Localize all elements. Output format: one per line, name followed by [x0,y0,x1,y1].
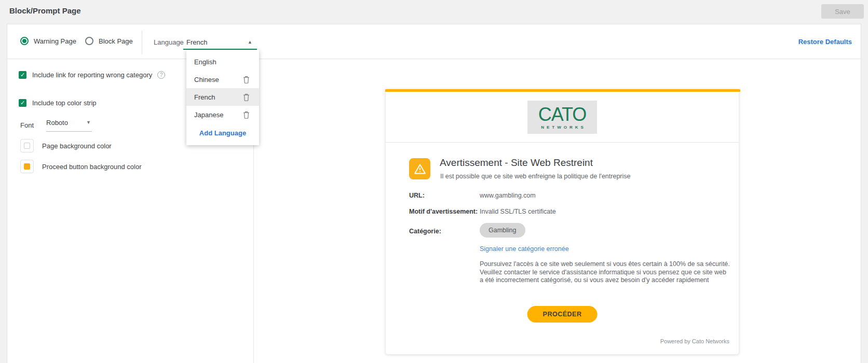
radio-block-label: Block Page [99,37,133,45]
proceed-bg-color-swatch[interactable] [20,160,34,173]
radio-warning-page[interactable]: Warning Page [20,37,76,45]
language-selected-value: French [186,38,207,46]
page-bg-color-row: Page background color [20,139,112,152]
menu-item-label: French [194,93,215,101]
menu-item-label: Japanese [194,111,223,119]
proceed-bg-color-label: Proceed button background color [42,163,142,171]
paragraph-line: a été incorrectement catégorisé, ou si v… [480,276,730,285]
category-label: Catégorie: [409,228,441,235]
radio-unselected-icon [85,37,93,45]
radio-dot [22,39,26,43]
toolbar: Warning Page Block Page Language French … [7,24,861,59]
cato-logo-text: CATO [538,105,587,124]
warning-reason-value: Invalid SSL/TLS certificate [480,208,556,215]
menu-item-label: Chinese [194,76,219,83]
help-icon[interactable]: ? [157,71,165,79]
cato-logo-subtext: NETWORKS [538,125,586,130]
report-wrong-category-link[interactable]: Signaler une catégorie erronée [480,245,569,253]
chevron-up-icon: ▲ [248,39,252,45]
preview-subtitle: Il est possible que ce site web enfreign… [440,173,631,180]
checkbox-checked-icon[interactable]: ✓ [19,71,26,79]
menu-item-french[interactable]: French [186,88,259,106]
url-label: URL: [409,192,425,199]
menu-item-label: English [194,58,216,66]
preview-paragraph: Poursuivez l'accès à ce site web seuleme… [480,260,730,285]
preview-card: CATO NETWORKS Avertissement - Site Web R… [385,89,739,355]
trash-icon[interactable] [243,76,250,83]
preview-title: Avertissement - Site Web Restreint [440,157,593,169]
paragraph-line: Veuillez contacter le service d'assistan… [480,269,730,277]
save-button[interactable]: Save [821,4,864,19]
page-bg-color-swatch[interactable] [20,139,34,152]
restore-defaults-link[interactable]: Restore Defaults [798,38,852,46]
preview-logo-section: CATO NETWORKS [386,92,739,143]
font-selected-value: Roboto [46,119,68,127]
page-bg-color-label: Page background color [42,142,112,150]
font-label: Font [20,121,34,129]
setting-report-link-row: ✓ Include link for reporting wrong categ… [19,71,165,79]
radio-block-page[interactable]: Block Page [85,37,133,45]
add-language-button[interactable]: Add Language [186,123,259,142]
radio-selected-icon [20,37,29,45]
warning-reason-label: Motif d'avertissement: [409,208,478,215]
proceed-bg-color-fill [24,163,30,170]
language-select[interactable]: French ▲ [186,38,256,46]
trash-icon[interactable] [243,93,250,101]
content-panel: Warning Page Block Page Language French … [7,24,861,363]
font-setting-row: Font Roboto ▼ [20,119,92,132]
powered-by-footer: Powered by Cato Networks [660,338,729,344]
menu-item-chinese[interactable]: Chinese [186,71,259,88]
url-value: www.gambling.com [480,192,536,199]
menu-item-english[interactable]: English [186,53,259,71]
proceed-button[interactable]: PROCÉDER [527,306,598,323]
checkbox-checked-icon[interactable]: ✓ [19,99,26,107]
setting-top-strip-row: ✓ Include top color strip [19,99,97,107]
paragraph-line: Poursuivez l'accès à ce site web seuleme… [480,260,730,269]
toolbar-divider [142,31,142,54]
topbar: Block/Prompt Page Save [0,0,868,23]
language-label: Language [154,38,184,46]
checkbox-report-link-label: Include link for reporting wrong categor… [32,71,152,79]
chevron-down-icon: ▼ [86,120,91,125]
cato-logo: CATO NETWORKS [527,101,597,134]
font-select[interactable]: Roboto ▼ [46,119,92,132]
page-bg-color-fill [24,143,30,149]
category-chip: Gambling [480,223,525,238]
menu-item-japanese[interactable]: Japanese [186,106,259,123]
warning-triangle-icon [409,158,430,179]
proceed-bg-color-row: Proceed button background color [20,160,142,173]
language-menu: English Chinese French Japanese Add Lang… [186,50,259,145]
radio-warning-label: Warning Page [34,37,76,45]
trash-icon[interactable] [243,111,250,119]
checkbox-top-strip-label: Include top color strip [32,99,97,107]
page-title: Block/Prompt Page [9,6,81,15]
